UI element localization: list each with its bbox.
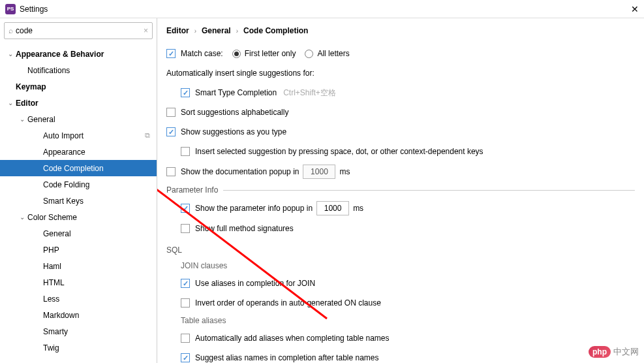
ms-label: ms [339, 167, 350, 176]
tree-item-label: HTML [43, 278, 65, 287]
auto-alias-label: Automatically add aliases when completin… [195, 334, 390, 343]
sort-alpha-checkbox[interactable] [166, 108, 176, 117]
tree-item-auto-import[interactable]: Auto Import⧉ [0, 127, 157, 144]
tree-item-label: Code Completion [43, 164, 104, 173]
tree-item-general[interactable]: ⌄General [0, 111, 157, 127]
tree-item-label: General [43, 229, 71, 238]
show-suggestions-label: Show suggestions as you type [181, 127, 286, 136]
tree-item-label: Auto Import [43, 131, 84, 140]
sort-alpha-label: Sort suggestions alphabetically [181, 108, 288, 117]
suggest-alias-label: Suggest alias names in completion after … [195, 353, 379, 362]
parameter-info-legend: Parameter Info [166, 185, 223, 195]
tree-item-color-scheme[interactable]: ⌄Color Scheme [0, 209, 157, 225]
chevron-right-icon: › [236, 27, 238, 35]
tree-item-label: Notifications [27, 66, 70, 75]
all-letters-label: All letters [317, 49, 349, 58]
app-icon: PS [5, 4, 16, 14]
chevron-down-icon: ⌄ [5, 99, 16, 106]
full-sig-checkbox[interactable] [181, 224, 190, 233]
param-popup-checkbox[interactable] [181, 204, 190, 213]
tree-item-label: General [27, 115, 55, 124]
chevron-right-icon: › [194, 27, 196, 35]
tree-item-twig[interactable]: Twig [0, 339, 157, 356]
tree-item-label: Appearance [43, 148, 85, 157]
first-letter-radio[interactable] [232, 50, 241, 58]
show-doc-label: Show the documentation popup in [181, 167, 299, 176]
tree-item-label: Less [43, 294, 59, 304]
param-delay-input[interactable] [316, 201, 349, 215]
use-alias-label: Use aliases in completion for JOIN [195, 279, 315, 288]
smart-type-label: Smart Type Completion [195, 88, 277, 97]
match-case-checkbox[interactable] [166, 49, 176, 58]
param-popup-label: Show the parameter info popup in [195, 204, 313, 213]
ms-label: ms [353, 204, 363, 213]
auto-alias-checkbox[interactable] [181, 334, 190, 343]
parameter-info-group: Parameter Info Show the parameter info p… [166, 185, 635, 242]
window-title: Settings [20, 5, 48, 14]
tree-item-label: Color Scheme [27, 213, 77, 222]
breadcrumb: Editor › General › Code Completion [166, 26, 635, 35]
tree-item-appearance-behavior[interactable]: ⌄Appearance & Behavior [0, 46, 157, 62]
search-box[interactable]: ⌕ × [4, 22, 153, 39]
tree-item-appearance[interactable]: Appearance [0, 144, 157, 160]
sidebar: ⌕ × ⌄Appearance & BehaviorNotificationsK… [0, 18, 157, 363]
insert-selected-checkbox[interactable] [181, 147, 190, 156]
full-sig-label: Show full method signatures [195, 224, 294, 233]
chevron-down-icon: ⌄ [5, 50, 16, 57]
tree-item-label: Keymap [16, 82, 46, 91]
tree-item-keymap[interactable]: Keymap [0, 78, 157, 95]
clear-search-icon[interactable]: × [144, 26, 148, 35]
tree-item-editor[interactable]: ⌄Editor [0, 95, 157, 111]
tree-item-general[interactable]: General [0, 225, 157, 242]
sql-header: SQL [166, 245, 635, 255]
insert-selected-label: Insert selected suggestion by pressing s… [195, 147, 483, 156]
tree-item-label: Smarty [43, 327, 68, 336]
all-letters-radio[interactable] [305, 50, 313, 58]
doc-delay-input[interactable] [303, 165, 335, 179]
smart-type-shortcut: Ctrl+Shift+空格 [283, 87, 336, 99]
show-suggestions-checkbox[interactable] [166, 127, 176, 136]
tree-item-label: Markdown [43, 311, 79, 320]
join-header: JOIN clauses [181, 261, 635, 270]
suggest-alias-checkbox[interactable] [181, 353, 190, 362]
tree-item-code-completion[interactable]: Code Completion [0, 160, 157, 176]
tree-item-label: Editor [16, 99, 38, 108]
tree-item-php[interactable]: PHP [0, 242, 157, 258]
tree-item-smarty[interactable]: Smarty [0, 323, 157, 339]
use-alias-checkbox[interactable] [181, 279, 190, 288]
tree-item-label: Haml [43, 262, 61, 271]
tree-item-smart-keys[interactable]: Smart Keys [0, 193, 157, 209]
invert-order-label: Invert order of operands in auto-generat… [195, 298, 381, 308]
tree-item-less[interactable]: Less [0, 291, 157, 307]
watermark-text: 中文网 [613, 346, 639, 358]
table-alias-header: Table aliases [181, 316, 635, 325]
close-icon[interactable]: ✕ [631, 4, 639, 14]
search-icon: ⌕ [8, 26, 13, 35]
settings-tree: ⌄Appearance & BehaviorNotificationsKeyma… [0, 43, 157, 363]
tree-item-notifications[interactable]: Notifications [0, 62, 157, 78]
breadcrumb-general[interactable]: General [202, 26, 231, 35]
tree-item-label: Smart Keys [43, 197, 84, 206]
tree-item-label: Code Folding [43, 180, 89, 189]
tree-item-label: PHP [43, 245, 59, 255]
tree-item-html[interactable]: HTML [0, 274, 157, 291]
content-pane: Editor › General › Code Completion Match… [157, 18, 644, 363]
auto-insert-label: Automatically insert single suggestions … [166, 69, 314, 78]
chevron-down-icon: ⌄ [17, 116, 27, 123]
invert-order-checkbox[interactable] [181, 298, 190, 308]
smart-type-checkbox[interactable] [181, 88, 190, 97]
breadcrumb-editor[interactable]: Editor [166, 26, 189, 35]
tree-item-code-folding[interactable]: Code Folding [0, 176, 157, 193]
tree-item-label: Appearance & Behavior [16, 50, 104, 59]
tree-item-markdown[interactable]: Markdown [0, 307, 157, 323]
search-input[interactable] [16, 26, 144, 35]
watermark: php 中文网 [589, 346, 639, 358]
first-letter-label: First letter only [245, 49, 296, 58]
copy-icon[interactable]: ⧉ [145, 131, 150, 140]
match-case-label: Match case: [181, 49, 223, 58]
tree-item-haml[interactable]: Haml [0, 258, 157, 274]
breadcrumb-code-completion: Code Completion [243, 26, 308, 35]
tree-item-label: Twig [43, 343, 59, 353]
chevron-down-icon: ⌄ [17, 213, 27, 221]
show-doc-checkbox[interactable] [166, 167, 176, 176]
